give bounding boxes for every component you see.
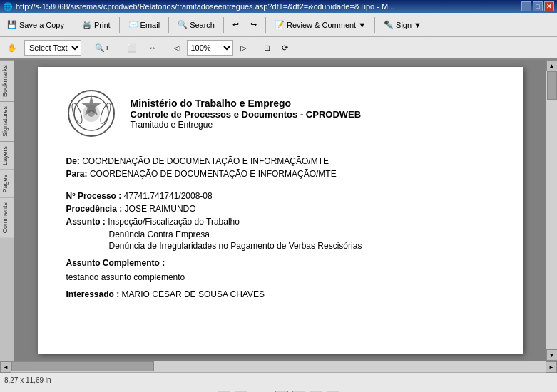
actual-size-button[interactable]: ⊞ (260, 38, 275, 58)
document-scroll-area[interactable]: Ministério do Trabalho e Emprego Control… (14, 60, 546, 361)
search-button[interactable]: 🔍 Search (173, 15, 219, 35)
minimize-button[interactable]: _ (521, 1, 531, 11)
maximize-button[interactable]: □ (533, 1, 543, 11)
from-field: De: COORDENAÇÃO DE DOCUMENTAÇÃO E INFORM… (66, 156, 494, 166)
separator-t2-4 (255, 40, 255, 56)
separator-t2-1 (86, 40, 86, 56)
header-divider (66, 150, 494, 150)
interessado-label: Interessado : (66, 289, 120, 299)
save-copy-icon: 💾 (7, 20, 17, 29)
separator-5 (265, 17, 266, 33)
procedencia-label: Procedência : (66, 204, 123, 214)
horizontal-scroll-row: ◄ ► (0, 361, 557, 372)
save-copy-button[interactable]: 💾 Save a Copy (3, 15, 68, 35)
h-scroll-track[interactable] (11, 361, 546, 372)
process-field: Nº Processo : 47741.741741/2008-08 (66, 191, 494, 201)
document-container: Ministério do Trabalho e Emprego Control… (14, 60, 546, 361)
hand-tool-button[interactable]: ✋ (3, 38, 21, 58)
main-area: Bookmarks Signatures Layers Pages Commen… (0, 60, 557, 361)
email-button[interactable]: ✉️ Email (124, 15, 165, 35)
review-comment-button[interactable]: 📝 Review & Comment ▼ (270, 15, 370, 35)
redo-button[interactable]: ↪ (246, 15, 261, 35)
window-title: http://s-158068/sistemas/cprodweb/Relato… (16, 2, 394, 11)
comments-tab[interactable]: Comments (0, 197, 14, 238)
to-label: Para: (66, 169, 88, 179)
complemento-value: testando assunto complemento (66, 272, 185, 282)
left-panel-tabs: Bookmarks Signatures Layers Pages Commen… (0, 60, 14, 361)
mid-divider (66, 185, 494, 185)
fit-page-icon: ⬜ (127, 43, 137, 53)
sign-icon: ✒️ (384, 20, 394, 29)
zoom-select[interactable]: 100% 50% 75% 125% 150% (187, 40, 233, 56)
document-header: Ministério do Trabalho e Emprego Control… (66, 88, 494, 138)
zoom-in-btn[interactable]: ▷ (236, 38, 250, 58)
scroll-thumb[interactable] (547, 71, 557, 100)
separator-3 (168, 17, 169, 33)
title-bar: 🌐 http://s-158068/sistemas/cprodweb/Rela… (0, 0, 557, 13)
separator-t2-3 (165, 40, 165, 56)
zoom-in-button[interactable]: 🔍+ (91, 38, 113, 58)
process-label: Nº Processo : (66, 191, 122, 201)
rotate-button[interactable]: ⟳ (277, 38, 292, 58)
document-page: Ministério do Trabalho e Emprego Control… (38, 67, 523, 354)
separator-4 (223, 17, 224, 33)
assunto-item-2: Denúncia de Irregularidades no Pagamento… (109, 241, 494, 251)
interessado-value: MARIO CESAR DE SOUSA CHAVES (122, 289, 265, 299)
actual-size-icon: ⊞ (264, 43, 270, 53)
main-toolbar: 💾 Save a Copy 🖨️ Print ✉️ Email 🔍 Search… (0, 13, 557, 37)
h-scroll-thumb[interactable] (11, 361, 154, 371)
sign-button[interactable]: ✒️ Sign ▼ (379, 15, 426, 35)
vertical-scrollbar[interactable]: ▲ ▼ (546, 60, 557, 361)
status-bar: 8,27 x 11,69 in (0, 372, 557, 388)
search-icon: 🔍 (178, 20, 188, 29)
from-value: COORDENAÇÃO DE DOCUMENTAÇÃO E INFORMAÇÃO… (82, 156, 329, 166)
page-size-status: 8,27 x 11,69 in (4, 376, 51, 384)
zoom-out-btn[interactable]: ◁ (170, 38, 184, 58)
document-title-block: Ministério do Trabalho e Emprego Control… (131, 98, 362, 130)
secondary-toolbar: ✋ Select Text 🔍+ ⬜ ↔ ◁ 100% 50% 75% 125%… (0, 37, 557, 60)
assunto-field: Assunto : Inspeção/Fiscalização do Traba… (66, 217, 494, 227)
pages-tab[interactable]: Pages (0, 170, 14, 197)
complemento-label: Assunto Complemento : (66, 258, 165, 268)
undo-button[interactable]: ↩ (228, 15, 243, 35)
fit-width-button[interactable]: ↔ (144, 38, 160, 58)
zoom-in-icon: 🔍+ (95, 43, 109, 53)
rotate-icon: ⟳ (282, 43, 288, 53)
ministry-name: Ministério do Trabalho e Emprego (131, 98, 362, 109)
government-seal (66, 88, 116, 138)
signatures-tab[interactable]: Signatures (0, 101, 14, 141)
email-icon: ✉️ (128, 20, 138, 29)
svg-point-4 (88, 110, 95, 117)
scroll-down-button[interactable]: ▼ (546, 349, 558, 361)
scroll-up-button[interactable]: ▲ (546, 60, 558, 71)
review-dropdown-icon: ▼ (358, 21, 366, 29)
fit-page-button[interactable]: ⬜ (123, 38, 141, 58)
separator-2 (119, 17, 120, 33)
review-icon: 📝 (275, 20, 285, 29)
sign-dropdown-icon: ▼ (414, 21, 421, 29)
complemento-section: Assunto Complemento : testando assunto c… (66, 258, 494, 282)
layers-tab[interactable]: Layers (0, 141, 14, 170)
redo-icon: ↪ (250, 20, 257, 29)
scroll-left-button[interactable]: ◄ (0, 361, 11, 373)
to-field: Para: COORDENAÇÃO DE DOCUMENTAÇÃO E INFO… (66, 169, 494, 179)
doc-subtitle: Tramitado e Entregue (131, 120, 362, 130)
print-icon: 🖨️ (82, 20, 92, 29)
interessado-field: Interessado : MARIO CESAR DE SOUSA CHAVE… (66, 289, 494, 299)
print-button[interactable]: 🖨️ Print (78, 15, 115, 35)
select-text-dropdown[interactable]: Select Text (24, 40, 81, 56)
scroll-right-button[interactable]: ► (546, 361, 557, 373)
hand-icon: ✋ (7, 43, 17, 53)
separator-t2-2 (118, 40, 118, 56)
separator-1 (73, 17, 73, 33)
svg-point-5 (70, 102, 84, 125)
scroll-track[interactable] (546, 71, 557, 349)
separator-6 (374, 17, 375, 33)
svg-point-6 (98, 102, 113, 125)
system-name: Controle de Processos e Documentos - CPR… (131, 109, 362, 120)
browser-icon: 🌐 (3, 2, 13, 11)
bookmarks-tab[interactable]: Bookmarks (0, 60, 14, 101)
complemento-label-field: Assunto Complemento : (66, 258, 494, 268)
close-button[interactable]: ✕ (544, 1, 554, 11)
undo-icon: ↩ (232, 20, 239, 29)
